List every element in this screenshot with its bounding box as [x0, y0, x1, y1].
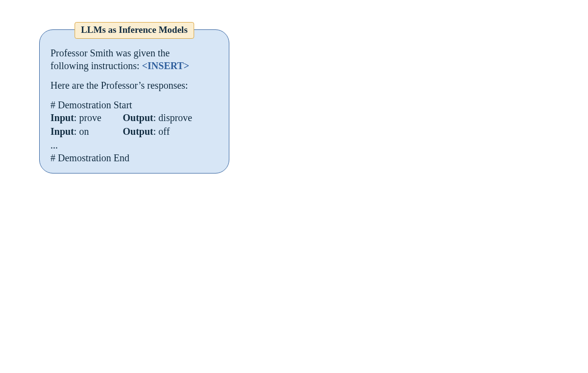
demo-input-cell: Input: prove [50, 111, 123, 125]
input-label: Input [50, 112, 74, 123]
colon: : [74, 126, 79, 137]
demo-start-marker: # Demostration Start [50, 99, 219, 111]
table-row: Input: on Output: off [50, 125, 219, 139]
insert-token: <INSERT> [142, 60, 190, 71]
table-row: Input: prove Output: disprove [50, 111, 219, 125]
demo-table: Input: prove Output: disprove Input: on … [50, 111, 219, 139]
input-label: Input [50, 126, 74, 137]
canvas: LLMs as Inference Models Professor Smith… [0, 0, 588, 373]
card-title: LLMs as Inference Models [74, 22, 194, 39]
output-value: off [158, 126, 170, 137]
inference-card: LLMs as Inference Models Professor Smith… [39, 29, 229, 174]
input-value: prove [79, 112, 101, 123]
demo-output-cell: Output: disprove [123, 111, 219, 125]
colon: : [74, 112, 79, 123]
demo-ellipsis: ... [50, 139, 219, 151]
output-value: disprove [158, 112, 192, 123]
responses-line: Here are the Professor’s responses: [50, 79, 219, 92]
demo-end-marker: # Demostration End [50, 151, 219, 164]
card-title-text: LLMs as Inference Models [81, 25, 188, 35]
colon: : [153, 126, 159, 137]
input-value: on [79, 126, 89, 137]
output-label: Output [123, 126, 153, 137]
intro-line-1: Professor Smith was given the [50, 48, 170, 58]
intro-line-2: following instructions: [50, 60, 142, 71]
intro-paragraph: Professor Smith was given the following … [50, 47, 219, 72]
demonstration-block: # Demostration Start Input: prove Output… [50, 99, 219, 164]
demo-input-cell: Input: on [50, 125, 123, 139]
output-label: Output [123, 112, 153, 123]
colon: : [153, 112, 159, 123]
demo-output-cell: Output: off [123, 125, 219, 139]
